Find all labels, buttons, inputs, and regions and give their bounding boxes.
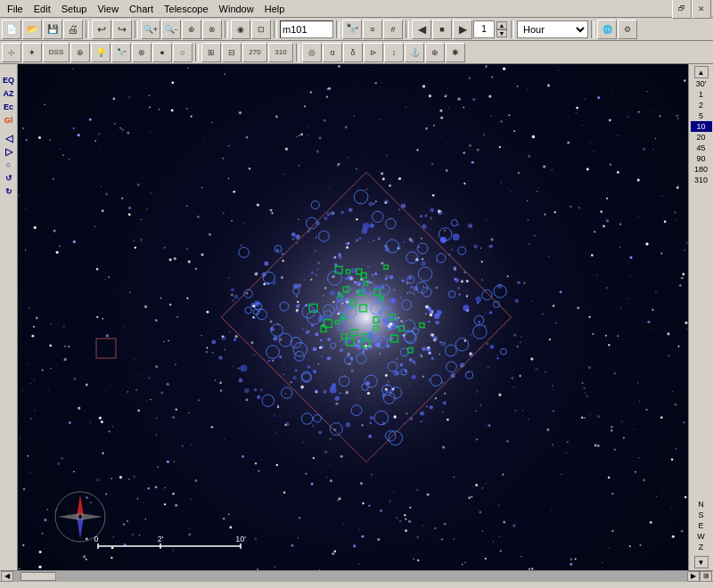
- sky-view[interactable]: 0 2' 10': [18, 64, 688, 570]
- menu-file[interactable]: File: [2, 2, 29, 16]
- tb2-btn13[interactable]: ◎: [302, 43, 322, 62]
- menu-edit[interactable]: Edit: [29, 2, 56, 16]
- tb2-btn16[interactable]: ⊳: [364, 43, 383, 62]
- left-tool2[interactable]: ▷: [2, 145, 16, 158]
- eq-button[interactable]: EQ: [2, 74, 16, 86]
- tb2-btn9[interactable]: ⊞: [201, 43, 221, 62]
- compass-w[interactable]: W: [691, 531, 712, 542]
- tb2-btn10[interactable]: ⊟: [222, 43, 242, 62]
- tb2-dss[interactable]: DSS: [43, 43, 70, 62]
- new-button[interactable]: 📄: [2, 20, 21, 39]
- tb2-btn15[interactable]: δ: [343, 43, 363, 62]
- left-panel: EQ AZ Ec Gl ◁ ▷ ○ ↺ ↻: [0, 64, 18, 570]
- tool8[interactable]: ≡: [363, 20, 382, 39]
- svg-marker-4: [58, 513, 80, 520]
- scrollbar-thumb[interactable]: [20, 572, 56, 581]
- toolbar2: ⊹ ✦ DSS ⊕ 💡 🔭 ⊗ ● ○ ⊞ ⊟ 270 310 ◎ α δ ⊳ …: [0, 41, 713, 64]
- target-input[interactable]: [280, 20, 333, 38]
- step-value: 1: [473, 20, 495, 38]
- svg-text:10': 10': [235, 535, 246, 543]
- ec-button[interactable]: Ec: [2, 101, 16, 113]
- svg-text:2': 2': [158, 535, 164, 543]
- az-button[interactable]: AZ: [2, 87, 16, 100]
- left-tool1[interactable]: ◁: [2, 132, 16, 144]
- menu-view[interactable]: View: [92, 2, 124, 16]
- tb2-btn20[interactable]: ✱: [446, 43, 465, 62]
- left-tool5[interactable]: ↻: [2, 185, 16, 198]
- step-down[interactable]: ▼: [496, 29, 507, 37]
- menu-setup[interactable]: Setup: [56, 2, 93, 16]
- compass-s[interactable]: S: [691, 510, 712, 520]
- scrollbar-horizontal[interactable]: ◀ ▶ ⊞: [0, 570, 713, 581]
- zoom-30[interactable]: 30': [691, 78, 712, 89]
- open-button[interactable]: 📂: [22, 20, 42, 39]
- menu-chart[interactable]: Chart: [124, 2, 159, 16]
- scroll-up[interactable]: ▲: [694, 66, 709, 78]
- hour-select[interactable]: Hour Minute Second Day: [517, 20, 588, 38]
- compass-e[interactable]: E: [691, 520, 712, 531]
- zoom-5[interactable]: 5: [691, 110, 712, 121]
- zoom-2[interactable]: 2: [691, 100, 712, 110]
- restore-btn[interactable]: 🗗: [672, 0, 692, 19]
- redo-button[interactable]: ↪: [112, 20, 132, 39]
- tool9[interactable]: #: [383, 20, 403, 39]
- tool4[interactable]: ⊗: [202, 20, 222, 39]
- find-button[interactable]: 🔭: [342, 20, 362, 39]
- tb2-sep1: [195, 44, 199, 61]
- tb2-btn18[interactable]: ⚓: [405, 43, 424, 62]
- tb2-btn12[interactable]: 310: [268, 43, 293, 62]
- tb2-btn4[interactable]: 💡: [91, 43, 111, 62]
- zoom-1[interactable]: 1: [691, 89, 712, 100]
- zoom-in-button[interactable]: 🔍+: [141, 20, 160, 39]
- compass-n[interactable]: N: [691, 499, 712, 510]
- tool5[interactable]: ◉: [231, 20, 250, 39]
- print-button[interactable]: 🖨: [63, 20, 83, 39]
- tb2-btn14[interactable]: α: [323, 43, 342, 62]
- tool11[interactable]: ⚙: [618, 20, 637, 39]
- zoom-310[interactable]: 310: [691, 175, 712, 185]
- menubar: File Edit Setup View Chart Telescope Win…: [0, 0, 713, 18]
- stop-button[interactable]: ■: [432, 20, 452, 39]
- zoom-180[interactable]: 180: [691, 164, 712, 175]
- step-up[interactable]: ▲: [496, 21, 507, 29]
- zoom-90[interactable]: 90: [691, 153, 712, 164]
- scroll-down[interactable]: ▼: [694, 556, 709, 568]
- coords-bar: RA: 14h01m53.04s +54°25'02.1" Az+305°04'…: [0, 581, 713, 588]
- tb2-btn6[interactable]: ⊗: [132, 43, 152, 62]
- sep1: [86, 20, 89, 38]
- zoom-out-button[interactable]: 🔍-: [161, 20, 181, 39]
- menu-window[interactable]: Window: [214, 2, 259, 16]
- zoom-20[interactable]: 20: [691, 132, 712, 143]
- tb2-btn8[interactable]: ○: [173, 43, 193, 62]
- tool6[interactable]: ⊡: [251, 20, 271, 39]
- sep8: [591, 20, 594, 38]
- next-button[interactable]: ▶: [453, 20, 472, 39]
- scroll-right[interactable]: ▶: [687, 571, 700, 582]
- tool10[interactable]: 🌐: [597, 20, 617, 39]
- scroll-left[interactable]: ◀: [1, 571, 13, 582]
- corner-box: ⊞: [700, 571, 712, 582]
- tb2-btn17[interactable]: ↕: [384, 43, 404, 62]
- tb2-btn5[interactable]: 🔭: [111, 43, 131, 62]
- menu-telescope[interactable]: Telescope: [159, 2, 214, 16]
- tb2-btn19[interactable]: ⊕: [425, 43, 445, 62]
- sep2: [135, 20, 138, 38]
- zoom-45[interactable]: 45: [691, 143, 712, 153]
- tb2-btn7[interactable]: ●: [152, 43, 172, 62]
- sep4: [274, 20, 277, 38]
- tb2-btn1[interactable]: ⊹: [2, 43, 21, 62]
- gl-button[interactable]: Gl: [2, 114, 16, 127]
- zoom-10[interactable]: 10: [691, 121, 712, 132]
- compass-z[interactable]: Z: [691, 542, 712, 552]
- tb2-btn3[interactable]: ⊕: [70, 43, 90, 62]
- tool3[interactable]: ⊕: [182, 20, 201, 39]
- left-tool3[interactable]: ○: [2, 159, 16, 171]
- left-tool4[interactable]: ↺: [2, 172, 16, 184]
- menu-help[interactable]: Help: [259, 2, 291, 16]
- close-btn[interactable]: ✕: [692, 0, 711, 19]
- prev-button[interactable]: ◀: [412, 20, 431, 39]
- tb2-btn2[interactable]: ✦: [22, 43, 42, 62]
- tb2-btn11[interactable]: 270: [242, 43, 267, 62]
- undo-button[interactable]: ↩: [92, 20, 111, 39]
- save-button[interactable]: 💾: [43, 20, 62, 39]
